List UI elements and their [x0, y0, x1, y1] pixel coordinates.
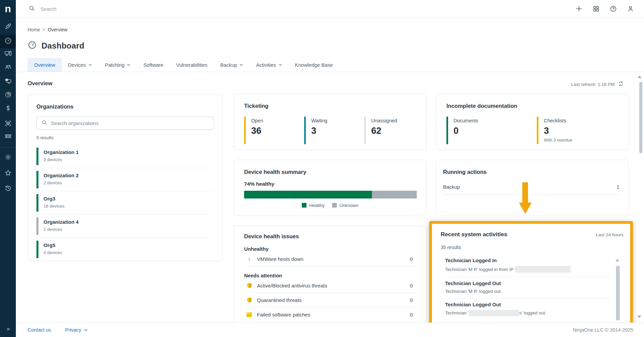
- issue-label: Active/Blocked antivirus threats: [257, 283, 405, 288]
- tab-devices[interactable]: Devices: [62, 58, 98, 72]
- chevron-down-icon: [239, 63, 243, 67]
- docs-stat-checklists[interactable]: Checklists 3 With 3 overdue: [537, 117, 627, 144]
- issue-row[interactable]: ↓ VMWare hosts down 0: [244, 252, 416, 266]
- chevron-down-icon: [127, 63, 130, 67]
- sidebar-item-screens[interactable]: [0, 75, 16, 88]
- org-status-bar: [36, 194, 38, 212]
- sidebar-item-billing[interactable]: [0, 102, 16, 116]
- ticket-icon: [4, 132, 12, 141]
- stat-bar: [244, 117, 246, 144]
- org-list-item[interactable]: Org3 16 devices: [36, 191, 214, 215]
- device-health-issues-card: Device health issues Unhealthy ↓ VMWare …: [234, 225, 427, 327]
- page-title: Dashboard: [41, 41, 84, 51]
- activity-item[interactable]: Technician Logged Out Technician 's' log…: [445, 298, 612, 320]
- stat-label: Documents: [453, 118, 478, 123]
- stat-label: Checklists: [544, 118, 572, 123]
- sidebar-item-settings[interactable]: [0, 151, 16, 164]
- tab-backup[interactable]: Backup: [214, 58, 250, 72]
- stat-label: Waiting: [311, 118, 327, 123]
- breadcrumb-current: Overview: [48, 27, 67, 32]
- org-list-item[interactable]: Organization 2 2 devices: [36, 168, 214, 191]
- org-status-bar: [36, 171, 38, 188]
- org-list-item[interactable]: Organization 4 2 devices: [36, 215, 214, 238]
- global-search-input[interactable]: [40, 6, 243, 12]
- org-status-bar: [36, 217, 38, 235]
- tab-software[interactable]: Software: [137, 58, 170, 72]
- issue-row[interactable]: Quarantined threats 0: [244, 293, 416, 307]
- contact-us-link[interactable]: Contact us: [28, 327, 51, 333]
- page-scroll-down-arrow-icon[interactable]: [637, 315, 641, 318]
- sidebar-item-getting-started[interactable]: [0, 20, 16, 34]
- issue-row[interactable]: Active/Blocked antivirus threats 0: [244, 278, 416, 293]
- ticketing-stat-unassigned[interactable]: Unassigned 62: [364, 117, 424, 144]
- sidebar-item-reports[interactable]: [0, 89, 16, 102]
- docs-stat-documents[interactable]: Documents 0: [446, 117, 537, 144]
- tab-patching[interactable]: Patching: [98, 58, 137, 72]
- pie-chart-icon: [4, 91, 12, 100]
- apps-grid-icon[interactable]: [592, 5, 600, 13]
- organizations-result-count: 5 results: [36, 135, 214, 140]
- sidebar-item-ticketing[interactable]: [0, 130, 16, 144]
- sidebar-item-recent[interactable]: [0, 182, 16, 195]
- activities-scrollbar-thumb[interactable]: [616, 266, 620, 320]
- issue-label: Quarantined threats: [257, 297, 405, 303]
- legend-swatch-healthy: [302, 203, 306, 208]
- stat-bar: [537, 117, 538, 144]
- issue-label: VMWare hosts down: [257, 256, 405, 262]
- organizations-card: Organizations 5 results Organization 1 3…: [28, 94, 223, 261]
- tab-knowledge-base[interactable]: Knowledge Base: [289, 58, 340, 72]
- org-list-item[interactable]: Org5 4 devices: [36, 238, 214, 261]
- search-icon: [41, 120, 47, 127]
- scroll-up-arrow-icon[interactable]: [615, 259, 619, 262]
- add-icon[interactable]: [575, 5, 583, 13]
- org-device-count: 2 devices: [43, 227, 79, 232]
- running-action-row[interactable]: Backup 1: [443, 184, 619, 195]
- device-health-summary-card: Device health summary 74% healthy Health…: [234, 160, 427, 216]
- rocket-icon: [4, 23, 12, 31]
- stat-note: With 3 overdue: [544, 138, 572, 143]
- tab-vulnerabilities[interactable]: Vulnerabilities: [170, 58, 214, 72]
- organizations-search[interactable]: [36, 117, 214, 130]
- issue-row[interactable]: Failed software patches 0: [244, 307, 416, 322]
- activity-item[interactable]: Technician Logged Out Technician 'M R' l…: [445, 277, 612, 298]
- org-name: Org3: [43, 196, 64, 202]
- dashboard-gauge-icon: [28, 40, 37, 51]
- page-scroll-up-arrow-icon[interactable]: [638, 75, 642, 78]
- sidebar-item-favorites[interactable]: [0, 167, 16, 180]
- recent-activities-result-count: 35 results: [441, 245, 623, 250]
- ticketing-stat-waiting[interactable]: Waiting 3: [304, 117, 364, 144]
- org-device-count: 3 devices: [43, 157, 79, 162]
- sidebar-item-software-inventory[interactable]: [0, 117, 16, 131]
- issue-count: 0: [410, 312, 413, 317]
- running-action-label: Backup: [443, 184, 460, 190]
- breadcrumb: Home>Overview: [28, 27, 67, 32]
- recent-activities-title: Recent system activities: [441, 231, 507, 238]
- page-scrollbar-thumb[interactable]: [639, 82, 642, 153]
- sidebar-item-dashboard[interactable]: [0, 35, 16, 48]
- stat-bar: [364, 117, 366, 144]
- package-cube-icon: [4, 120, 12, 128]
- activity-item[interactable]: Technician Logged In Technician 'M R' lo…: [445, 254, 612, 277]
- refresh-icon[interactable]: [618, 81, 624, 88]
- gear-icon: [4, 153, 12, 162]
- help-icon[interactable]: [609, 5, 617, 13]
- user-profile-icon[interactable]: [626, 5, 635, 13]
- legend-unknown: Unknown: [332, 203, 358, 208]
- organizations-search-input[interactable]: [51, 120, 209, 126]
- running-actions-title: Running actions: [443, 169, 619, 175]
- breadcrumb-home[interactable]: Home: [28, 27, 40, 32]
- org-list-item[interactable]: Organization 1 3 devices: [36, 145, 214, 168]
- sidebar-item-devices[interactable]: [0, 48, 16, 61]
- sidebar-expand-chevrons[interactable]: »: [0, 326, 16, 332]
- tab-overview[interactable]: Overview: [28, 58, 62, 72]
- privacy-link[interactable]: Privacy: [65, 327, 81, 333]
- ticketing-stat-open[interactable]: Open 36: [244, 117, 304, 144]
- activity-description: Technician 's' logged out.: [445, 310, 612, 316]
- activity-description: Technician 'M R' logged out.: [445, 289, 612, 294]
- sidebar-item-users[interactable]: [0, 61, 16, 74]
- tab-activities[interactable]: Activities: [250, 58, 288, 72]
- healthy-percent-label: 74% healthy: [244, 181, 416, 187]
- health-progress-bar[interactable]: [244, 191, 417, 198]
- ninjaone-logo[interactable]: n: [0, 0, 16, 18]
- search-icon: [29, 5, 35, 13]
